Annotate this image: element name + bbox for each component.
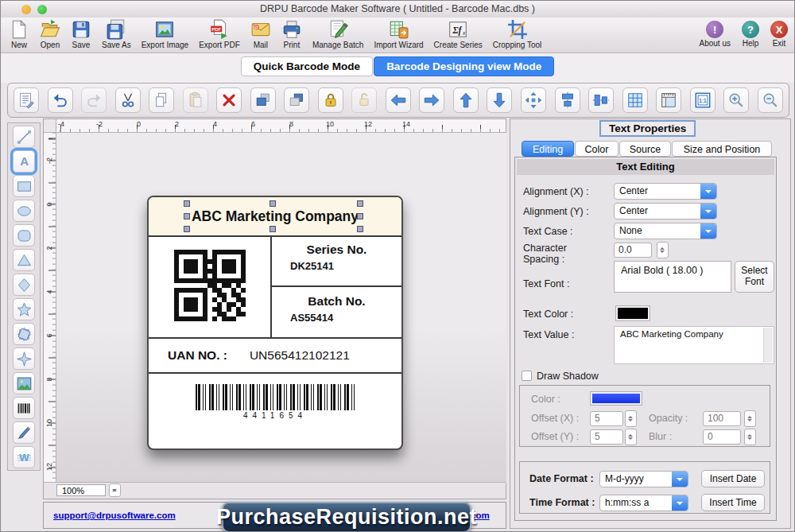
- undo-button[interactable]: [48, 87, 73, 113]
- selection-handle[interactable]: [270, 226, 276, 232]
- align-vertical-center-button[interactable]: [588, 87, 614, 113]
- move-left-button[interactable]: [386, 87, 411, 113]
- shadow-offset-x-stepper[interactable]: [625, 410, 637, 427]
- unlock-button[interactable]: [351, 87, 377, 113]
- tool-image[interactable]: [13, 372, 35, 394]
- actual-size-button[interactable]: 1:1: [690, 87, 716, 113]
- tab-source[interactable]: Source: [619, 141, 671, 157]
- insert-date-button[interactable]: Insert Date: [701, 470, 765, 487]
- selection-handle[interactable]: [357, 200, 363, 207]
- tool-star[interactable]: [13, 298, 35, 320]
- shadow-offset-y-stepper[interactable]: [625, 429, 637, 445]
- qr-code[interactable]: [174, 250, 246, 324]
- cut-button[interactable]: [115, 87, 141, 113]
- move-down-button[interactable]: [487, 87, 512, 113]
- text-color-swatch[interactable]: [615, 305, 650, 321]
- selection-handle[interactable]: [184, 213, 190, 219]
- toolbar-export-pdf[interactable]: PDF Export PDF: [199, 19, 240, 49]
- shadow-blur-stepper[interactable]: [744, 429, 756, 445]
- toolbar-save-as[interactable]: Save As: [102, 19, 131, 49]
- show-ruler-button[interactable]: [656, 87, 681, 113]
- time-format-dropdown[interactable]: h:mm:ss a: [599, 495, 688, 511]
- toolbar-import-wizard[interactable]: Import Wizard: [374, 19, 423, 49]
- notes-button[interactable]: [14, 87, 39, 113]
- uan-row[interactable]: UAN NO. : UN565412102121: [149, 339, 401, 374]
- shadow-blur-input[interactable]: 0: [703, 429, 741, 445]
- date-format-dropdown[interactable]: M-d-yyyy: [599, 471, 688, 487]
- character-spacing-stepper[interactable]: [657, 242, 669, 258]
- lock-button[interactable]: [318, 87, 343, 113]
- selection-handle[interactable]: [270, 200, 276, 207]
- text-font-field[interactable]: Arial Bold ( 18.00 ): [614, 261, 731, 293]
- toolbar-manage-batch[interactable]: Manage Batch: [312, 19, 364, 49]
- toolbar-create-series[interactable]: Σfx Create Series: [434, 19, 483, 49]
- copy-button[interactable]: [149, 87, 174, 113]
- center-object-button[interactable]: [521, 87, 546, 113]
- zoom-stepper[interactable]: [109, 483, 121, 497]
- move-right-button[interactable]: [419, 87, 444, 113]
- bring-to-front-button[interactable]: [250, 87, 276, 113]
- tool-rounded-rectangle[interactable]: [13, 224, 35, 247]
- label-company-text[interactable]: ABC Marketing Company: [192, 208, 359, 225]
- textarea-scrollbar[interactable]: [763, 328, 773, 363]
- shadow-offset-x-input[interactable]: 5: [590, 411, 623, 426]
- align-horizontal-center-button[interactable]: [555, 87, 580, 113]
- toolbar-save[interactable]: Save: [71, 19, 91, 49]
- toolbar-open[interactable]: Open: [40, 19, 60, 49]
- tool-barcode[interactable]: [13, 397, 35, 419]
- selection-handle[interactable]: [184, 226, 190, 232]
- tool-diamond[interactable]: [13, 274, 35, 296]
- text-case-dropdown[interactable]: None: [614, 223, 717, 239]
- character-spacing-input[interactable]: 0.0: [614, 243, 652, 258]
- tool-text[interactable]: A: [13, 150, 35, 173]
- toolbar-about-us[interactable]: ! About us: [700, 19, 731, 48]
- tool-triangle[interactable]: [13, 249, 35, 271]
- tab-barcode-designing-view-mode[interactable]: Barcode Designing view Mode: [374, 56, 554, 76]
- redo-button[interactable]: [81, 87, 107, 113]
- zoom-level-field[interactable]: 100%: [56, 484, 106, 496]
- tool-line[interactable]: [13, 126, 35, 148]
- text-value-textarea[interactable]: ABC Marketing Company: [614, 326, 774, 364]
- shadow-offset-y-input[interactable]: 5: [590, 429, 623, 445]
- shadow-opacity-stepper[interactable]: [744, 410, 756, 427]
- zoom-out-button[interactable]: [758, 87, 783, 113]
- tab-quick-barcode-mode[interactable]: Quick Barcode Mode: [241, 56, 373, 76]
- zoom-in-button[interactable]: [723, 87, 749, 113]
- paste-button[interactable]: [183, 87, 208, 113]
- toolbar-print[interactable]: Print: [281, 19, 302, 49]
- toolbar-mail[interactable]: @ Mail: [250, 19, 271, 49]
- selection-handle[interactable]: [357, 226, 363, 232]
- send-to-back-button[interactable]: [284, 87, 309, 113]
- tool-signature[interactable]: [13, 421, 35, 444]
- select-font-button[interactable]: Select Font: [735, 261, 774, 293]
- insert-time-button[interactable]: Insert Time: [701, 494, 765, 511]
- tool-burst[interactable]: [13, 323, 35, 345]
- tool-watermark[interactable]: W: [13, 446, 35, 468]
- toolbar-new[interactable]: New: [9, 19, 29, 49]
- barcode-row[interactable]: 4411654: [149, 374, 401, 450]
- draw-shadow-checkbox[interactable]: [522, 371, 532, 381]
- selection-handle[interactable]: [357, 213, 363, 219]
- move-up-button[interactable]: [453, 87, 479, 113]
- delete-button[interactable]: [216, 87, 242, 113]
- series-cell[interactable]: Series No. DK25141: [272, 237, 401, 287]
- tool-rectangle[interactable]: [13, 175, 35, 197]
- shadow-opacity-input[interactable]: 100: [703, 411, 741, 426]
- tool-four-point-star[interactable]: [13, 348, 35, 370]
- selection-handle[interactable]: [184, 200, 190, 207]
- toolbar-cropping-tool[interactable]: Cropping Tool: [493, 19, 542, 49]
- toolbar-exit[interactable]: X Exit: [770, 19, 788, 48]
- toolbar-help[interactable]: ? Help: [742, 19, 759, 48]
- tab-editing[interactable]: Editing: [522, 141, 574, 157]
- alignment-y-dropdown[interactable]: Center: [614, 203, 717, 219]
- tool-ellipse[interactable]: [13, 200, 35, 222]
- tab-color[interactable]: Color: [575, 141, 619, 157]
- design-canvas[interactable]: ABC Marketing Company Series No.: [56, 133, 506, 483]
- grid-button[interactable]: [622, 87, 648, 113]
- qr-code-cell[interactable]: [149, 237, 272, 337]
- tab-size-and-position[interactable]: Size and Position: [672, 141, 772, 157]
- alignment-x-dropdown[interactable]: Center: [614, 183, 717, 200]
- barcode-label-design[interactable]: ABC Marketing Company Series No.: [147, 196, 403, 450]
- toolbar-export-image[interactable]: Export Image: [142, 19, 188, 49]
- support-email-link[interactable]: support@drpusoftware.com: [53, 511, 176, 520]
